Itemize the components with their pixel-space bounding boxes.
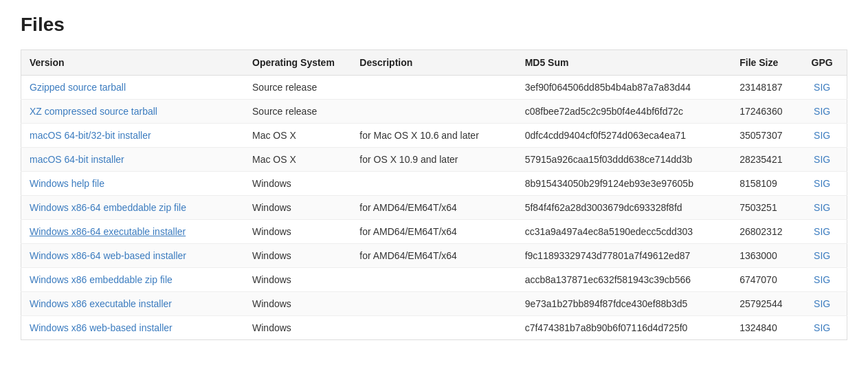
file-os: Source release [244,100,351,124]
file-version-link[interactable]: Windows x86 embeddable zip file [30,274,173,285]
file-md5: 8b915434050b29f9124eb93e3e97605b [517,172,732,196]
file-description: for AMD64/EM64T/x64 [351,244,516,268]
file-version-link[interactable]: macOS 64-bit/32-bit installer [30,130,151,141]
file-gpg-sig-link[interactable]: SIG [814,274,830,285]
file-version-link[interactable]: Windows x86 web-based installer [30,322,173,333]
file-description: for OS X 10.9 and later [351,148,516,172]
col-header-md5: MD5 Sum [517,50,732,76]
file-description [351,292,516,316]
table-row: Windows x86-64 web-based installerWindow… [21,244,847,268]
file-gpg-sig-link[interactable]: SIG [814,82,830,93]
file-os: Source release [244,76,351,100]
file-gpg-sig-link[interactable]: SIG [814,202,830,213]
file-description [351,316,516,340]
col-header-version: Version [21,50,245,76]
file-gpg-sig-link[interactable]: SIG [814,154,830,165]
table-row: Windows x86 executable installerWindows9… [21,292,847,316]
file-gpg-sig-link[interactable]: SIG [814,178,830,189]
file-gpg-sig-link[interactable]: SIG [814,322,830,333]
file-gpg-sig-link[interactable]: SIG [814,298,830,309]
file-size: 23148187 [731,76,797,100]
file-gpg-sig-link[interactable]: SIG [814,106,830,117]
file-md5: 3ef90f064506dd85b4b4ab87a7a83d44 [517,76,732,100]
col-header-description: Description [351,50,516,76]
table-row: Windows x86 embeddable zip fileWindowsac… [21,268,847,292]
file-md5: accb8a137871ec632f581943c39cb566 [517,268,732,292]
file-size: 1363000 [731,244,797,268]
file-md5: cc31a9a497a4ec8a5190edecc5cdd303 [517,220,732,244]
file-os: Windows [244,172,351,196]
file-version-link[interactable]: Windows x86-64 embeddable zip file [30,202,186,213]
table-header-row: Version Operating System Description MD5… [21,50,847,76]
file-description [351,268,516,292]
file-md5: 0dfc4cdd9404cf0f5274d063eca4ea71 [517,124,732,148]
file-size: 28235421 [731,148,797,172]
file-md5: 9e73a1b27bb894f87fdce430ef88b3d5 [517,292,732,316]
file-size: 26802312 [731,220,797,244]
file-os: Windows [244,292,351,316]
file-version-link[interactable]: Windows x86-64 executable installer [30,226,186,237]
page-title: Files [21,14,847,36]
file-md5: 5f84f4f62a28d3003679dc693328f8fd [517,196,732,220]
file-version-link[interactable]: Windows help file [30,178,104,189]
file-md5: c7f474381b7a8b90b6f07116d4d725f0 [517,316,732,340]
file-size: 1324840 [731,316,797,340]
table-row: Windows x86-64 embeddable zip fileWindow… [21,196,847,220]
file-os: Windows [244,268,351,292]
file-description: for AMD64/EM64T/x64 [351,220,516,244]
file-size: 35057307 [731,124,797,148]
file-md5: c08fbee72ad5c2c95b0f4e44bf6fd72c [517,100,732,124]
file-version-link[interactable]: Gzipped source tarball [30,82,126,93]
file-gpg-sig-link[interactable]: SIG [814,130,830,141]
file-version-link[interactable]: Windows x86-64 web-based installer [30,250,186,261]
file-description: for Mac OS X 10.6 and later [351,124,516,148]
table-row: macOS 64-bit installerMac OS Xfor OS X 1… [21,148,847,172]
file-os: Windows [244,316,351,340]
table-row: XZ compressed source tarballSource relea… [21,100,847,124]
table-row: Gzipped source tarballSource release3ef9… [21,76,847,100]
col-header-size: File Size [731,50,797,76]
file-md5: 57915a926caa15f03ddd638ce714dd3b [517,148,732,172]
col-header-os: Operating System [244,50,351,76]
file-os: Windows [244,220,351,244]
file-os: Windows [244,196,351,220]
file-os: Mac OS X [244,124,351,148]
file-description [351,100,516,124]
table-row: macOS 64-bit/32-bit installerMac OS Xfor… [21,124,847,148]
table-row: Windows x86 web-based installerWindowsc7… [21,316,847,340]
file-gpg-sig-link[interactable]: SIG [814,250,830,261]
files-table: Version Operating System Description MD5… [21,49,847,340]
file-size: 6747070 [731,268,797,292]
file-version-link[interactable]: macOS 64-bit installer [30,154,124,165]
file-size: 25792544 [731,292,797,316]
file-version-link[interactable]: Windows x86 executable installer [30,298,172,309]
col-header-gpg: GPG [797,50,847,76]
file-version-link[interactable]: XZ compressed source tarball [30,106,157,117]
file-description [351,172,516,196]
file-md5: f9c11893329743d77801a7f49612ed87 [517,244,732,268]
table-row: Windows help fileWindows8b915434050b29f9… [21,172,847,196]
file-description [351,76,516,100]
file-gpg-sig-link[interactable]: SIG [814,226,830,237]
table-row: Windows x86-64 executable installerWindo… [21,220,847,244]
file-description: for AMD64/EM64T/x64 [351,196,516,220]
file-size: 17246360 [731,100,797,124]
file-size: 7503251 [731,196,797,220]
file-os: Windows [244,244,351,268]
file-size: 8158109 [731,172,797,196]
file-os: Mac OS X [244,148,351,172]
